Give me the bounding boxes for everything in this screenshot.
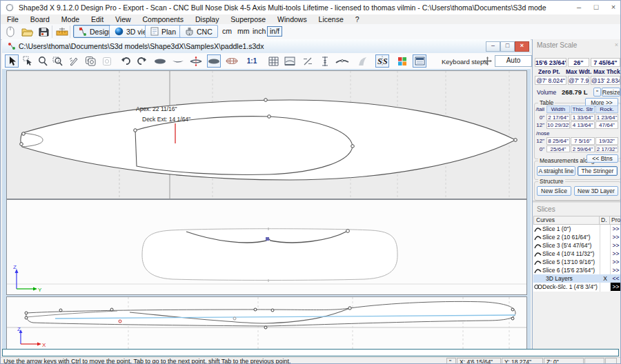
document-tab[interactable]: C:\Users\thoma\Documents\S3d models\Shap… [2,39,531,54]
table-cell[interactable]: 1 33/64" [571,114,595,121]
table-cell[interactable]: 1 23/64" [595,114,618,121]
zoom-icon[interactable] [36,54,50,68]
table-cell[interactable]: 4 13/64" [571,121,595,129]
prop-column-header[interactable]: Prop. [609,216,621,225]
save-icon[interactable] [37,26,50,38]
select-arrow-icon[interactable] [5,54,19,68]
slice-position-icon[interactable] [318,54,332,68]
outline-view-icon[interactable] [153,54,167,68]
slice-prop-button[interactable]: >> [611,250,621,257]
edit-line[interactable] [2,349,619,356]
redo-icon[interactable] [135,54,148,68]
measure-pen-icon[interactable] [67,54,81,68]
one-to-one-icon[interactable]: 1:1 [245,54,259,68]
document-close-button[interactable]: × [515,41,529,52]
max-thck-value[interactable]: @13' 2.834" [591,76,620,85]
deck-prop-button[interactable]: >> [611,283,621,291]
table-cell[interactable]: 7 5/16" [571,137,595,145]
wireframe-board-icon[interactable] [225,54,239,68]
properties-panel-icon[interactable] [413,54,426,68]
unit-cm[interactable]: cm [220,27,234,36]
minimize-button[interactable]: – [571,1,587,14]
slice-row-6[interactable]: Slice 6 (15'6 23/64")>> [533,266,621,274]
straight-line-button[interactable]: A straight line [537,166,575,176]
table-cell[interactable]: 10 29/32" [546,121,570,129]
menu-edit[interactable]: Edit [86,14,108,24]
layers-display-toggle[interactable]: X [600,275,610,282]
slice-row-5[interactable]: Slice 5 (13'10 9/16")>> [533,258,621,266]
btns-toggle-button[interactable]: << Btns [586,154,618,163]
scale-ruler-icon[interactable] [55,26,69,38]
document-restore-button[interactable]: □ [500,41,515,52]
slice-prop-button[interactable]: >> [611,242,621,249]
slice-row-1[interactable]: Slice 1 (0")>> [533,225,621,233]
menu-file[interactable]: File [2,14,23,24]
layers-prop-button[interactable]: << [611,275,621,282]
guidelines-icon[interactable] [283,54,297,68]
slice-prop-button[interactable]: >> [611,267,621,274]
slice-prop-button[interactable]: >> [611,259,621,265]
unit-inf[interactable]: in/f [267,26,282,37]
mouse-settings-icon[interactable] [3,26,17,38]
slice-row-2[interactable]: Slice 2 (10 61/64")>> [533,233,621,241]
slice-row-4[interactable]: Slice 4 (10'4 11/32")>> [533,250,621,258]
table-cell[interactable]: 2 59/64" [571,145,595,153]
move-cross-icon[interactable] [480,54,494,68]
table-cell[interactable]: 25/64" [546,145,570,153]
new-slice-button[interactable]: New Slice [537,186,571,196]
profile-view-panel[interactable]: Z X [6,296,527,350]
curve-edit-icon[interactable] [335,54,349,68]
plan-mode-button[interactable]: Plan [145,25,181,38]
rocker-view-icon[interactable] [171,54,185,68]
menu-windows[interactable]: Windows [273,14,312,24]
unit-mm[interactable]: mm [235,27,252,36]
slice-row-3[interactable]: Slice 3 (5'4 47/64")>> [533,241,621,250]
deck-slice-row[interactable]: Deck-Slc. 1 (4'8 3/4") >> [533,283,621,291]
menu-display[interactable]: Display [190,14,224,24]
color-panels-icon[interactable] [395,54,409,68]
length-value[interactable]: 15'6 23/64" [535,58,566,67]
menu-components[interactable]: Components [138,14,189,24]
table-cell[interactable]: 2 17/64" [546,114,570,121]
menu-license[interactable]: License [314,14,348,24]
dimensions-icon[interactable] [301,54,315,68]
close-button[interactable]: × [605,1,621,14]
stringer-button[interactable]: The Stringer [578,166,618,176]
maximize-button[interactable]: □ [588,1,604,14]
new-3d-layer-button[interactable]: New 3D Layer [574,186,618,196]
select-zone-icon[interactable] [21,54,34,68]
max-wdt-value[interactable]: @7' 7.954" [568,76,589,85]
auto-button[interactable]: Auto [495,55,532,67]
d-column-header[interactable]: D. [599,216,610,225]
slice-prop-button[interactable]: >> [611,234,621,241]
thickness-value[interactable]: 7 45/64" [591,58,620,67]
slice-prop-button[interactable]: >> [611,225,621,232]
master-scale-close-icon[interactable]: × [615,41,618,48]
zoom-area-icon[interactable] [51,54,65,68]
stringer-compare-icon[interactable]: SS [375,54,389,68]
document-minimize-button[interactable]: – [486,41,500,52]
copy-icon[interactable] [83,54,97,68]
table-cell[interactable]: 47/64" [595,121,618,129]
3d-layers-row[interactable]: 3D Layers X << [533,274,621,283]
open-file-icon[interactable] [20,26,34,38]
unit-inch[interactable]: inch [250,27,268,36]
zero-pt-value[interactable]: @7' 8.024" [535,76,566,85]
plan-view-panel[interactable]: Apex: 22 11/16" Deck Ext: 14 1/64" [6,70,527,199]
filled-board-icon[interactable] [207,54,221,68]
thickness-view-icon[interactable] [189,54,203,68]
menu-view[interactable]: View [110,14,136,24]
resize-button[interactable]: Resize [602,88,620,97]
grid-icon[interactable] [266,54,280,68]
cnc-mode-button[interactable]: CNC [179,25,218,38]
undo-icon[interactable] [119,54,132,68]
menu-superpose[interactable]: Superpose [226,14,270,24]
menu-mode[interactable]: Mode [57,14,84,24]
slice-view-panel[interactable]: Z Y [6,199,527,295]
table-cell[interactable]: 8 25/64" [546,137,570,145]
table-cell[interactable]: 2 17/32" [595,145,618,153]
volume-unit-button[interactable]: " [593,88,601,97]
menu-help[interactable]: ? [351,14,364,24]
table-cell[interactable]: 19/32" [595,137,618,145]
width-value[interactable]: 26" [568,58,589,67]
